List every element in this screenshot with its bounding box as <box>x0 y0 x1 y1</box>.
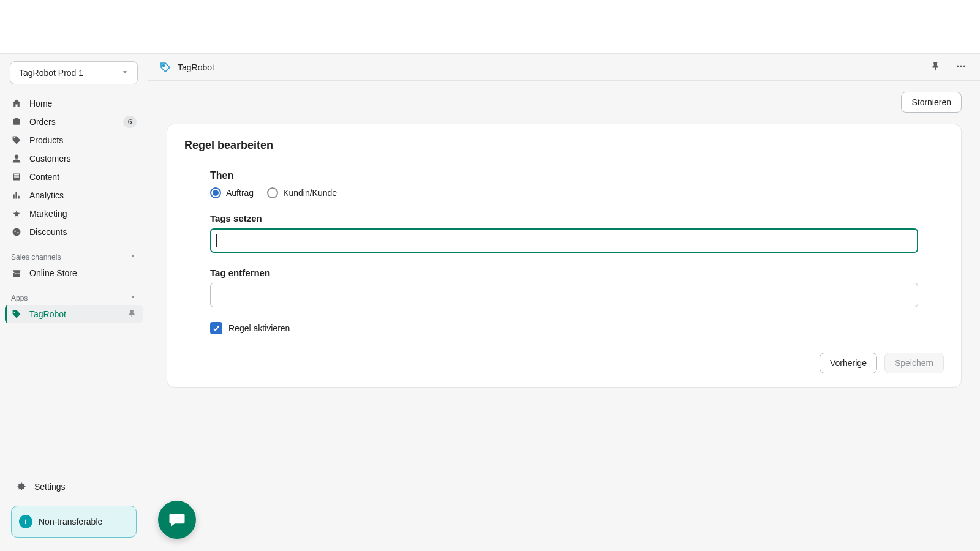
svg-point-1 <box>957 65 959 67</box>
radio-customer-label: Kundin/Kunde <box>283 188 337 198</box>
chat-icon <box>168 511 186 529</box>
cancel-button[interactable]: Stornieren <box>901 92 962 113</box>
nav-label: Content <box>29 172 137 182</box>
app-logo-icon <box>159 61 172 73</box>
tags-set-label: Tags setzen <box>210 213 918 223</box>
radio-icon <box>267 187 278 198</box>
card-footer: Vorherige Speichern <box>184 353 944 373</box>
nav-label: Settings <box>34 482 132 492</box>
content-icon <box>11 172 22 182</box>
rule-card: Regel bearbeiten Then Auftrag Kundin/Kun… <box>167 124 962 388</box>
nav-label: Orders <box>29 117 116 127</box>
home-icon <box>11 99 22 108</box>
marketing-icon <box>11 209 22 219</box>
form-inner: Then Auftrag Kundin/Kunde Tags setzen <box>184 170 944 334</box>
sidebar-item-marketing[interactable]: Marketing <box>5 204 143 223</box>
sidebar-item-analytics[interactable]: Analytics <box>5 186 143 204</box>
nav-label: Customers <box>29 154 137 163</box>
tags-set-input[interactable] <box>210 228 918 253</box>
svg-point-0 <box>163 64 165 66</box>
content-area: Stornieren Regel bearbeiten Then Auftrag… <box>148 81 980 551</box>
settings-list: Settings <box>5 474 143 500</box>
svg-point-2 <box>960 65 962 67</box>
orders-icon <box>11 117 22 127</box>
section-sales-channels[interactable]: Sales channels <box>0 245 148 264</box>
gear-icon <box>16 482 27 492</box>
sidebar-item-tagrobot[interactable]: TagRobot <box>5 305 143 323</box>
pin-button[interactable] <box>929 59 943 75</box>
browser-chrome-placeholder <box>0 0 980 54</box>
nav-label: Home <box>29 99 137 108</box>
nav-label: Online Store <box>29 268 137 278</box>
nav-label: Discounts <box>29 227 137 237</box>
save-button[interactable]: Speichern <box>884 353 944 373</box>
card-title: Regel bearbeiten <box>184 139 944 152</box>
svg-point-3 <box>963 65 965 67</box>
app-title: TagRobot <box>178 62 214 72</box>
radio-order[interactable]: Auftrag <box>210 187 254 198</box>
topbar: TagRobot <box>148 54 980 81</box>
sidebar-item-products[interactable]: Products <box>5 131 143 149</box>
sidebar-item-home[interactable]: Home <box>5 94 143 113</box>
main: TagRobot Stornieren Regel bearbeiten The… <box>148 54 980 551</box>
chat-fab[interactable] <box>158 501 196 539</box>
section-label-text: Sales channels <box>11 253 61 261</box>
app-shell: TagRobot Prod 1 Home Orders 6 <box>0 54 980 551</box>
sidebar-item-settings[interactable]: Settings <box>10 478 138 496</box>
tag-remove-input[interactable] <box>210 283 918 307</box>
nav-label: Products <box>29 135 137 145</box>
nav-label: Marketing <box>29 209 137 219</box>
info-icon: i <box>19 515 32 528</box>
info-banner: i Non-transferable <box>11 506 137 538</box>
pin-icon[interactable] <box>128 309 137 320</box>
sidebar-item-online-store[interactable]: Online Store <box>5 264 143 282</box>
primary-nav: Home Orders 6 Products Customers <box>0 91 148 245</box>
sidebar: TagRobot Prod 1 Home Orders 6 <box>0 54 148 551</box>
radio-icon <box>210 187 221 198</box>
sidebar-item-content[interactable]: Content <box>5 168 143 186</box>
sidebar-item-orders[interactable]: Orders 6 <box>5 113 143 131</box>
tag-icon <box>11 309 22 319</box>
apps-list: TagRobot <box>0 305 148 327</box>
store-selector[interactable]: TagRobot Prod 1 <box>10 61 138 84</box>
previous-button[interactable]: Vorherige <box>820 353 877 373</box>
nav-label: TagRobot <box>29 309 121 319</box>
radio-group-target: Auftrag Kundin/Kunde <box>210 187 918 198</box>
section-label-text: Apps <box>11 294 28 302</box>
radio-order-label: Auftrag <box>226 188 254 198</box>
section-apps[interactable]: Apps <box>0 286 148 305</box>
nav-label: Analytics <box>29 190 137 200</box>
chevron-down-icon <box>121 68 129 78</box>
radio-customer[interactable]: Kundin/Kunde <box>267 187 337 198</box>
products-icon <box>11 135 22 145</box>
then-label: Then <box>210 170 918 181</box>
more-button[interactable] <box>953 58 969 76</box>
orders-badge: 6 <box>123 116 137 128</box>
discounts-icon <box>11 227 22 237</box>
sidebar-item-customers[interactable]: Customers <box>5 149 143 168</box>
sidebar-item-discounts[interactable]: Discounts <box>5 223 143 241</box>
store-icon <box>11 268 22 278</box>
activate-rule-row[interactable]: Regel aktivieren <box>210 322 918 334</box>
banner-text: Non-transferable <box>39 517 102 527</box>
sales-channels-list: Online Store <box>0 264 148 286</box>
analytics-icon <box>11 190 22 200</box>
checkbox-checked-icon <box>210 322 222 334</box>
tag-remove-label: Tag entfernen <box>210 268 918 278</box>
chevron-right-icon <box>129 293 137 302</box>
store-name: TagRobot Prod 1 <box>19 68 83 78</box>
customers-icon <box>11 154 22 163</box>
chevron-right-icon <box>129 252 137 261</box>
activate-label: Regel aktivieren <box>228 323 290 333</box>
